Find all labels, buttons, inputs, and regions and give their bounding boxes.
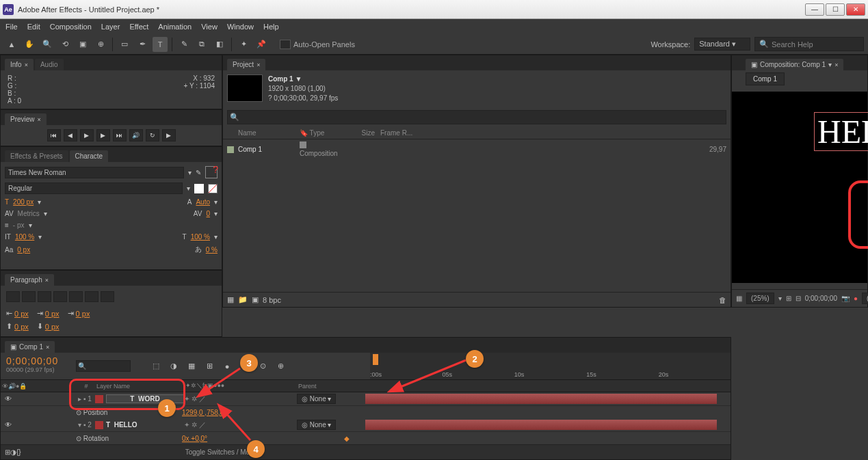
preview-tab[interactable]: Preview× <box>5 113 47 125</box>
search-help-input[interactable]: 🔍 Search Help <box>754 37 864 51</box>
preview-timecode[interactable]: 0;00;00;00 <box>805 295 837 302</box>
font-family-dropdown[interactable]: Times New Roman <box>5 167 184 178</box>
loop-button[interactable]: ↻ <box>146 129 159 141</box>
trash-icon[interactable]: 🗑 <box>719 296 726 304</box>
bpc-button[interactable]: 8 bpc <box>263 296 281 304</box>
paragraph-tab[interactable]: Paragraph× <box>5 274 54 286</box>
menu-composition[interactable]: Composition <box>50 23 92 31</box>
brush-tool[interactable]: ✎ <box>176 37 192 52</box>
prev-frame-button[interactable]: ◀ <box>64 129 77 141</box>
audio-button[interactable]: 🔊 <box>129 129 143 141</box>
tl-tool-1[interactable]: ⬚ <box>148 359 163 374</box>
text-tool[interactable]: T <box>153 37 168 52</box>
current-timecode[interactable]: 0;00;00;00 <box>6 355 70 366</box>
camera-tool[interactable]: ▣ <box>75 37 90 52</box>
tl-tool-8[interactable]: ⊕ <box>273 359 288 374</box>
project-search[interactable]: 🔍 <box>227 110 726 124</box>
comp-inner-tab[interactable]: Comp 1 <box>746 72 785 85</box>
tracking-value[interactable]: 0 <box>206 210 210 217</box>
tsume-value[interactable]: 0 % <box>206 246 218 254</box>
stroke-width-value[interactable]: - px <box>13 221 25 229</box>
align-left-button[interactable] <box>6 291 20 302</box>
align-right-button[interactable] <box>38 291 51 302</box>
eyedropper-icon[interactable]: ✎ <box>196 169 201 176</box>
menu-edit[interactable]: Edit <box>27 23 40 31</box>
menu-layer[interactable]: Layer <box>101 23 120 31</box>
menu-window[interactable]: Window <box>227 23 254 31</box>
text-layer-hello[interactable]: HELLO <box>814 112 868 151</box>
tl-foot-icon-3[interactable]: {} <box>16 448 21 456</box>
zoom-tool[interactable]: 🔍 <box>40 37 55 52</box>
last-frame-button[interactable]: ⏭ <box>113 129 127 141</box>
font-style-dropdown[interactable]: Regular <box>5 182 183 194</box>
selection-tool[interactable]: ▲ <box>4 37 19 52</box>
maximize-button[interactable]: ☐ <box>826 3 845 16</box>
first-frame-button[interactable]: ⏮ <box>47 129 61 141</box>
project-item-comp1[interactable]: Comp 1 Composition 29,97 <box>223 139 731 159</box>
rotate-tool[interactable]: ⟲ <box>57 37 73 52</box>
interpret-icon[interactable]: ▦ <box>227 295 234 304</box>
kerning-value[interactable]: Metrics <box>18 210 40 217</box>
pen-tool[interactable]: ✒ <box>135 37 150 52</box>
indent-right-value[interactable]: 0 px <box>76 310 90 318</box>
timeline-tab[interactable]: ▣ Comp 1 × <box>5 341 55 353</box>
next-frame-button[interactable]: ▶ <box>96 129 110 141</box>
space-before-value[interactable]: 0 px <box>14 323 29 331</box>
tl-tool-2[interactable]: ◑ <box>166 359 181 374</box>
space-after-value[interactable]: 0 px <box>45 323 60 331</box>
snapshot-icon[interactable]: 📷 <box>841 295 850 302</box>
no-stroke-swatch[interactable] <box>208 184 218 193</box>
play-button[interactable]: ▶ <box>80 129 94 141</box>
justify-center-button[interactable] <box>69 291 83 302</box>
workspace-dropdown[interactable]: Standard ▾ <box>694 38 750 51</box>
leading-value[interactable]: Auto <box>196 198 210 206</box>
rectangle-tool[interactable]: ▭ <box>117 37 132 52</box>
zoom-dropdown[interactable]: (25%) <box>746 293 774 304</box>
clone-tool[interactable]: ⧉ <box>194 37 209 52</box>
justify-right-button[interactable] <box>85 291 98 302</box>
menu-file[interactable]: File <box>5 23 18 31</box>
justify-left-button[interactable] <box>53 291 67 302</box>
info-tab[interactable]: Info× <box>5 59 34 70</box>
audio-tab[interactable]: Audio <box>35 59 64 70</box>
timeline-search[interactable] <box>76 360 131 372</box>
eraser-tool[interactable]: ◧ <box>212 37 227 52</box>
res-icon-1[interactable]: ⊞ <box>786 295 791 302</box>
close-button[interactable]: ✕ <box>846 3 865 16</box>
roto-tool[interactable]: ✦ <box>236 37 251 52</box>
playhead-icon[interactable] <box>373 354 378 365</box>
align-center-button[interactable] <box>22 291 36 302</box>
menu-effect[interactable]: Effect <box>129 23 148 31</box>
justify-all-button[interactable] <box>101 291 114 302</box>
timeline-layer-1[interactable]: 👁 ▸ ▪ 1 T WORD ✦ ✲ ／ ◎ None ▾ <box>1 392 731 406</box>
baseline-value[interactable]: 0 px <box>17 246 30 254</box>
timeline-layer-2[interactable]: 👁 ▾ ▪ 2 T HELLO ✦ ✲ ／ ◎ None ▾ <box>1 418 731 432</box>
ram-preview-button[interactable]: ▶ <box>162 129 176 141</box>
menu-animation[interactable]: Animation <box>158 23 192 31</box>
project-tab[interactable]: Project× <box>227 59 265 70</box>
composition-tab[interactable]: ▣ Composition: Comp 1 ▾ × <box>746 59 843 70</box>
comp-icon[interactable]: ▣ <box>252 295 259 304</box>
timeline-prop-rotation[interactable]: ⊙ Rotation 0x +0,0° ◆ <box>1 432 731 444</box>
res-icon-2[interactable]: ⊟ <box>795 295 801 302</box>
font-size-value[interactable]: 200 px <box>13 198 34 206</box>
stroke-color-swatch[interactable] <box>194 184 204 193</box>
minimize-button[interactable]: — <box>805 3 824 16</box>
tl-foot-icon-2[interactable]: ◑ <box>10 448 16 456</box>
timeline-prop-position[interactable]: ⊙ Position 1299,0 ,758,0 <box>1 406 731 418</box>
composition-viewport[interactable]: HELLO WORD 5 <box>732 92 867 283</box>
pan-behind-tool[interactable]: ⊕ <box>93 37 108 52</box>
indent-left-value[interactable]: 0 px <box>14 310 29 318</box>
menu-view[interactable]: View <box>201 23 218 31</box>
folder-icon[interactable]: 📁 <box>238 295 248 304</box>
tl-foot-icon-1[interactable]: ⊞ <box>5 448 10 456</box>
grid-icon[interactable]: ▦ <box>736 295 742 302</box>
puppet-tool[interactable]: 📌 <box>254 37 269 52</box>
vscale-value[interactable]: 100 % <box>15 233 34 241</box>
hscale-value[interactable]: 100 % <box>191 233 210 241</box>
quality-dropdown[interactable]: (Quarter) <box>862 293 868 304</box>
character-tab[interactable]: Characte <box>70 150 109 162</box>
fill-color-swatch[interactable]: ? <box>205 166 218 178</box>
effects-presets-tab[interactable]: Effects & Presets <box>5 150 68 162</box>
indent-first-value[interactable]: 0 px <box>45 310 60 318</box>
